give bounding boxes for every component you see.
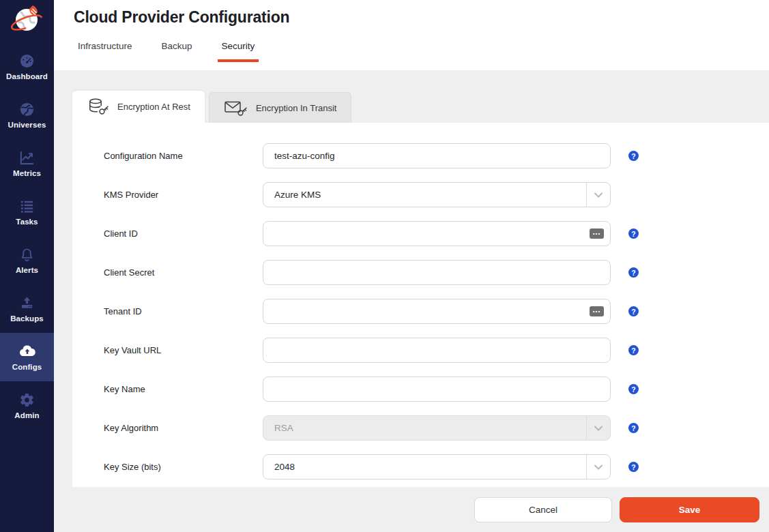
tab-security[interactable]: Security xyxy=(218,41,259,62)
page-title: Cloud Provider Configuration xyxy=(74,0,769,27)
field-value: test-azu-config xyxy=(274,151,335,161)
field-label: Configuration Name xyxy=(104,151,263,161)
help-icon[interactable]: ? xyxy=(628,423,639,433)
page-header: Cloud Provider Configuration Infrastruct… xyxy=(54,0,769,70)
help-icon[interactable]: ? xyxy=(628,306,639,316)
field-value: 2048 xyxy=(274,462,295,472)
content-area: Encryption At Rest Encryption In Transit xyxy=(54,70,769,532)
gauge-icon xyxy=(19,53,35,69)
sidebar-item-backups[interactable]: Backups xyxy=(0,284,54,333)
bell-icon xyxy=(19,246,35,263)
field-input[interactable] xyxy=(263,260,611,285)
field-label: Client Secret xyxy=(104,267,263,278)
form-row: KMS Provider Azure KMS xyxy=(72,175,769,214)
form-row: Tenant ID ••• ? xyxy=(72,292,769,331)
envelope-key-icon xyxy=(224,99,248,117)
field-input[interactable]: Azure KMS xyxy=(263,182,611,207)
line-chart-icon xyxy=(19,149,35,166)
help-icon[interactable]: ? xyxy=(628,151,639,161)
sidebar-item-label: Dashboard xyxy=(6,72,48,80)
form-row: Key Name ? xyxy=(72,370,769,409)
main-area: Cloud Provider Configuration Infrastruct… xyxy=(54,0,769,532)
app-logo[interactable] xyxy=(0,0,54,42)
ellipsis-icon[interactable]: ••• xyxy=(590,306,604,316)
cloud-upload-icon xyxy=(18,343,36,359)
encryption-at-rest-panel: Configuration Name test-azu-config ? KMS… xyxy=(72,123,769,487)
field-label: Tenant ID xyxy=(104,306,263,316)
globe-icon xyxy=(19,101,35,117)
field-input[interactable]: test-azu-config xyxy=(263,143,611,168)
subtab-encryption-in-transit[interactable]: Encryption In Transit xyxy=(209,92,352,123)
help-icon[interactable]: ? xyxy=(628,384,639,394)
tab-backup[interactable]: Backup xyxy=(158,41,197,62)
sidebar-item-label: Tasks xyxy=(16,218,38,226)
sidebar-item-label: Backups xyxy=(10,314,44,323)
ellipsis-icon[interactable]: ••• xyxy=(590,228,604,239)
field-value: RSA xyxy=(274,423,293,433)
form-fields: Configuration Name test-azu-config ? KMS… xyxy=(72,136,769,486)
chevron-down-icon[interactable] xyxy=(586,183,610,207)
yugabyte-logo-icon xyxy=(10,3,45,40)
form-row: Client Secret ? xyxy=(72,253,769,292)
form-row: Key Size (bits) 2048 ? xyxy=(72,447,769,486)
help-icon[interactable]: ? xyxy=(628,345,639,355)
help-icon[interactable]: ? xyxy=(628,267,639,278)
sidebar-item-alerts[interactable]: Alerts xyxy=(0,236,54,284)
field-label: Key Algorithm xyxy=(104,423,263,433)
sidebar-item-label: Metrics xyxy=(13,169,41,177)
database-key-icon xyxy=(87,98,110,116)
tab-infrastructure[interactable]: Infrastructure xyxy=(74,41,136,62)
form-footer: Cancel Save xyxy=(54,487,769,532)
sidebar-item-label: Admin xyxy=(14,411,39,419)
form-row: Key Vault URL ? xyxy=(72,331,769,370)
upload-icon xyxy=(19,295,35,311)
field-input[interactable] xyxy=(263,338,611,363)
form-row: Configuration Name test-azu-config ? xyxy=(72,136,769,175)
sidebar-item-label: Configs xyxy=(12,363,42,371)
sidebar-item-universes[interactable]: Universes xyxy=(0,91,54,139)
help-icon[interactable]: ? xyxy=(628,462,639,472)
sidebar-item-label: Alerts xyxy=(16,266,38,274)
sidebar-item-admin[interactable]: Admin xyxy=(0,381,54,430)
sidebar-item-tasks[interactable]: Tasks xyxy=(0,188,54,236)
cancel-button[interactable]: Cancel xyxy=(474,497,612,522)
field-label: Key Name xyxy=(104,384,263,394)
field-input[interactable]: ••• xyxy=(263,221,611,246)
field-label: KMS Provider xyxy=(104,190,263,200)
field-label: Client ID xyxy=(104,228,263,239)
sidebar-item-label: Universes xyxy=(8,121,46,129)
sidebar-item-metrics[interactable]: Metrics xyxy=(0,139,54,188)
field-input[interactable]: 2048 xyxy=(263,454,611,479)
field-input[interactable] xyxy=(263,376,611,402)
form-row: Key Algorithm RSA ? xyxy=(72,409,769,447)
save-button[interactable]: Save xyxy=(620,497,759,522)
subtab-label: Encryption In Transit xyxy=(256,103,337,113)
field-input[interactable]: RSA xyxy=(263,415,611,441)
field-value: Azure KMS xyxy=(274,190,321,200)
chevron-down-icon[interactable] xyxy=(586,455,610,479)
sidebar-item-configs[interactable]: Configs xyxy=(0,333,54,381)
gear-icon xyxy=(19,391,35,408)
field-input[interactable]: ••• xyxy=(263,299,611,324)
field-label: Key Vault URL xyxy=(104,345,263,355)
chevron-down-icon[interactable] xyxy=(586,416,610,440)
sidebar-item-dashboard[interactable]: Dashboard xyxy=(0,42,54,91)
list-icon xyxy=(19,198,35,214)
field-label: Key Size (bits) xyxy=(104,462,263,472)
subtab-encryption-at-rest[interactable]: Encryption At Rest xyxy=(72,91,205,123)
help-icon[interactable]: ? xyxy=(628,228,639,239)
form-row: Client ID ••• ? xyxy=(72,214,769,253)
subtab-label: Encryption At Rest xyxy=(117,102,190,112)
page-tabs: Infrastructure Backup Security xyxy=(74,41,769,62)
sidebar: Dashboard Universes Metrics xyxy=(0,0,54,532)
encryption-subtabs: Encryption At Rest Encryption In Transit xyxy=(72,91,351,123)
